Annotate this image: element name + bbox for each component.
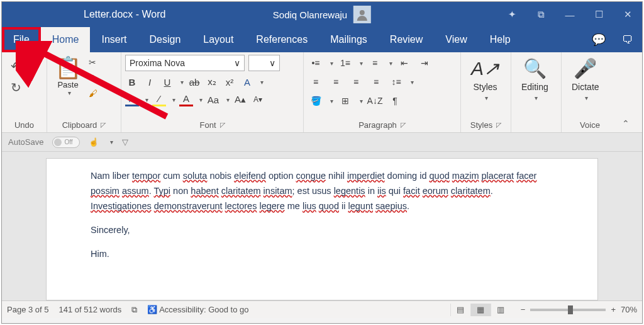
paragraph-body[interactable]: Nam liber tempor cum soluta nobis eleife…	[91, 169, 553, 214]
group-undo: ↶ ↻ Undo	[2, 52, 47, 132]
quick-access-bar: AutoSave Off ☝▾ ▽	[2, 133, 642, 152]
tab-design[interactable]: Design	[138, 27, 192, 52]
comments-icon[interactable]: 💬	[584, 33, 613, 47]
zoom-control: − + 70%	[521, 305, 637, 314]
subscript-button[interactable]: x₂	[205, 75, 219, 89]
document-title: Letter.docx - Word	[84, 9, 165, 20]
justify-button[interactable]: ≡	[368, 75, 384, 89]
decrease-indent-button[interactable]: ⇤	[396, 56, 413, 70]
sort-button[interactable]: A↓Z	[367, 94, 383, 108]
font-color-button[interactable]: A	[179, 93, 193, 106]
tab-mailings[interactable]: Mailings	[319, 27, 379, 52]
text-effects-button[interactable]: A	[240, 75, 254, 89]
undo-button[interactable]: ↶	[11, 59, 21, 74]
tab-layout[interactable]: Layout	[192, 27, 245, 52]
highlight-button[interactable]: ⁄	[152, 93, 166, 106]
copy-button[interactable]: ⧉	[89, 72, 97, 83]
find-icon: 🔍	[523, 57, 547, 79]
qat-customize-button[interactable]: ▽	[122, 137, 128, 147]
styles-icon: A↗	[471, 57, 499, 79]
zoom-value[interactable]: 70%	[621, 305, 637, 314]
zoom-in-button[interactable]: +	[611, 305, 616, 314]
styles-button[interactable]: A↗ Styles▾	[465, 55, 506, 104]
share-icon[interactable]: 🗨	[613, 33, 642, 47]
zoom-slider[interactable]	[530, 309, 606, 311]
autosave-label: AutoSave	[8, 137, 43, 147]
superscript-button[interactable]: x²	[223, 75, 236, 89]
read-mode-view[interactable]: ▤	[450, 304, 470, 316]
font-name-combo[interactable]: Proxima Nova∨	[125, 55, 245, 71]
paste-icon[interactable]: 📋	[55, 55, 81, 80]
title-controls: ✦ ⧉ — ☐ ✕	[497, 2, 642, 27]
multilevel-button[interactable]: ≡	[367, 56, 383, 70]
paragraph-signature[interactable]: Him.	[91, 247, 553, 262]
strike-button[interactable]: ab	[187, 75, 201, 89]
tab-review[interactable]: Review	[379, 27, 434, 52]
redo-button[interactable]: ↻	[11, 80, 21, 95]
group-voice: 🎤 Dictate▾ Voice	[562, 52, 618, 132]
clipboard-launcher[interactable]: ◸	[101, 121, 106, 129]
shading-button[interactable]: 🪣	[308, 94, 324, 108]
line-spacing-button[interactable]: ↕≡	[388, 75, 404, 89]
avatar[interactable]	[353, 6, 371, 23]
group-paragraph-label: Paragraph	[358, 120, 397, 130]
styles-launcher[interactable]: ◸	[496, 121, 501, 129]
minimize-icon[interactable]: —	[555, 2, 584, 27]
change-case-button[interactable]: Aa	[206, 93, 220, 106]
increase-indent-button[interactable]: ⇥	[416, 56, 433, 70]
touch-mode-button[interactable]: ☝	[89, 137, 99, 147]
magic-icon[interactable]: ✦	[497, 2, 526, 27]
autosave-toggle[interactable]: Off	[52, 137, 80, 148]
tab-references[interactable]: References	[245, 27, 319, 52]
zoom-out-button[interactable]: −	[521, 305, 526, 314]
group-voice-label: Voice	[565, 118, 614, 131]
grow-font-button[interactable]: A▴	[233, 93, 247, 106]
word-count[interactable]: 141 of 512 words	[59, 305, 122, 314]
group-undo-label: Undo	[6, 118, 43, 131]
paragraph-closing[interactable]: Sincerely,	[91, 223, 553, 238]
pilcrow-button[interactable]: ¶	[387, 94, 403, 108]
bold-button[interactable]: B	[125, 75, 139, 89]
format-painter-button[interactable]: 🖌	[89, 88, 97, 98]
document-area[interactable]: Nam liber tempor cum soluta nobis eleife…	[2, 152, 642, 300]
paste-dropdown[interactable]: ▾	[68, 89, 71, 96]
page-indicator[interactable]: Page 3 of 5	[7, 305, 49, 314]
paragraph-launcher[interactable]: ◸	[401, 121, 406, 129]
web-layout-view[interactable]: ▥	[491, 304, 511, 316]
editing-button[interactable]: 🔍 Editing▾	[515, 55, 555, 104]
proofing-icon[interactable]: ⧉	[131, 305, 137, 315]
tab-home[interactable]: Home	[41, 27, 91, 52]
user-block[interactable]: Sodiq Olanrewaju	[273, 6, 371, 23]
status-bar: Page 3 of 5 141 of 512 words ⧉ ♿ Accessi…	[2, 300, 642, 318]
font-outline-button[interactable]: A	[125, 93, 139, 106]
italic-button[interactable]: I	[143, 75, 157, 89]
collapse-ribbon-button[interactable]: ⌃	[618, 52, 633, 132]
dictate-button[interactable]: 🎤 Dictate▾	[565, 55, 606, 104]
user-name: Sodiq Olanrewaju	[273, 9, 347, 20]
borders-button[interactable]: ⊞	[337, 94, 353, 108]
close-icon[interactable]: ✕	[613, 2, 642, 27]
shrink-font-button[interactable]: A▾	[251, 93, 265, 106]
tab-view[interactable]: View	[434, 27, 478, 52]
group-paragraph: •≡▾ 1≡▾ ≡▾ ⇤ ⇥ ≡ ≡ ≡ ≡ ↕≡▾ 🪣▾ ⊞▾ A↓Z	[304, 52, 461, 132]
align-right-button[interactable]: ≡	[348, 75, 364, 89]
word-window: Letter.docx - Word Sodiq Olanrewaju ✦ ⧉ …	[1, 1, 643, 324]
underline-button[interactable]: U	[160, 75, 174, 89]
accessibility-status[interactable]: ♿ Accessibility: Good to go	[147, 305, 248, 314]
print-layout-view[interactable]: ▦	[470, 304, 491, 316]
align-center-button[interactable]: ≡	[328, 75, 344, 89]
maximize-icon[interactable]: ☐	[584, 2, 613, 27]
tab-insert[interactable]: Insert	[90, 27, 138, 52]
ribbon-display-icon[interactable]: ⧉	[526, 2, 555, 27]
font-launcher[interactable]: ◸	[220, 121, 225, 129]
cut-button[interactable]: ✂	[89, 57, 97, 67]
tab-help[interactable]: Help	[479, 27, 522, 52]
tab-file[interactable]: File	[2, 27, 41, 52]
align-left-button[interactable]: ≡	[308, 75, 324, 89]
bullets-button[interactable]: •≡	[308, 56, 324, 70]
document-page[interactable]: Nam liber tempor cum soluta nobis eleife…	[46, 158, 598, 300]
paste-label[interactable]: Paste	[57, 80, 78, 89]
zoom-slider-knob[interactable]	[568, 305, 573, 314]
numbering-button[interactable]: 1≡	[337, 56, 353, 70]
font-size-combo[interactable]: ∨	[248, 55, 280, 71]
